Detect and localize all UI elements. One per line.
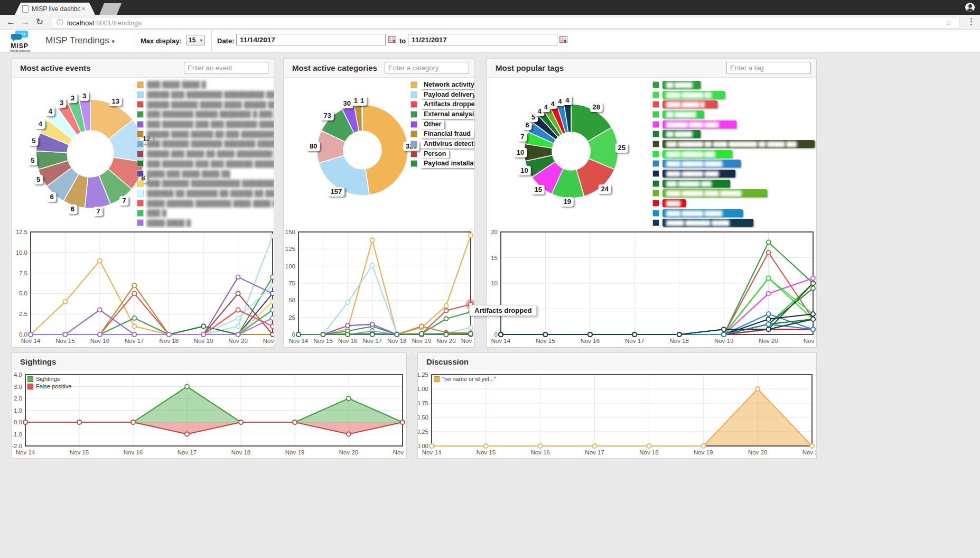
categories-line-chart[interactable]: 0255075100125150Nov 14Nov 15Nov 16Nov 17… <box>284 228 475 348</box>
svg-text:Nov 17: Nov 17 <box>362 338 381 344</box>
legend-color-swatch <box>137 151 144 157</box>
svg-text:Nov 15: Nov 15 <box>70 449 89 455</box>
tag-badge: ████ ██████ █████ <box>662 160 741 168</box>
date-to-label: to <box>399 37 406 45</box>
donut-value-label: 13 <box>109 97 122 106</box>
donut-value-label: 7 <box>518 132 527 142</box>
tag-label-blurred: ████ ██████ █████ <box>666 210 722 216</box>
date-from-input[interactable] <box>236 34 386 45</box>
forward-icon[interactable]: → <box>21 16 30 28</box>
legend-item: ██████ ████ ████ <box>652 119 815 129</box>
legend-label-blurred: ████ ████ █ <box>147 219 191 227</box>
legend-item: ████ ██████ ███ <box>652 149 815 159</box>
legend-item: ██ █████ <box>652 129 815 139</box>
calendar-icon[interactable] <box>388 36 396 43</box>
discussion-area-chart[interactable]: 1.251.000.750.500.250.00Nov 14Nov 15Nov … <box>418 370 817 459</box>
tag-label-blurred: ████ ██████ █████ <box>666 161 722 166</box>
tag-filter-input[interactable] <box>726 62 811 73</box>
legend-color-swatch <box>652 141 659 147</box>
legend-color-swatch <box>652 219 659 226</box>
brand-name: MISP <box>5 43 34 49</box>
legend-item: ███ ██████ ███ <box>652 179 815 189</box>
tab-close-icon[interactable]: × <box>81 5 86 13</box>
panel-title: Sightings <box>20 353 56 370</box>
legend-item: ████ ███ ████ ████ ██ <box>137 169 274 179</box>
new-tab-button[interactable] <box>99 3 122 15</box>
donut-value-label: 3 <box>57 98 66 108</box>
profile-icon[interactable] <box>965 3 975 12</box>
nav-title-dropdown[interactable]: MISP Trendings ▾ <box>45 35 115 46</box>
svg-text:20: 20 <box>491 229 498 235</box>
svg-text:Nov 17: Nov 17 <box>178 449 197 455</box>
svg-text:Nov 19: Nov 19 <box>714 338 733 344</box>
panel-body: 13128776655544333 ███ ████ ████ ██████ █… <box>12 77 274 347</box>
svg-text:0.0: 0.0 <box>14 419 22 425</box>
browser-menu-icon[interactable]: ⋮ <box>967 17 975 26</box>
svg-text:Nov 15: Nov 15 <box>477 449 496 455</box>
legend-label-blurred: █████ ████ █████ ██ ███ ████████ ██ <box>147 131 274 138</box>
legend-color-swatch <box>410 91 417 98</box>
svg-text:0.25: 0.25 <box>417 429 428 435</box>
max-display-select[interactable]: 15 ▾ <box>186 35 205 45</box>
tags-line-chart[interactable]: 05101520Nov 14Nov 15Nov 16Nov 17Nov 18No… <box>487 228 817 348</box>
date-to-input[interactable] <box>408 34 557 45</box>
svg-text:1.00: 1.00 <box>417 386 428 392</box>
legend-item: Other <box>410 119 475 129</box>
svg-text:2.0: 2.0 <box>14 395 22 402</box>
donut-value-label: 24 <box>598 184 611 194</box>
bookmark-star-icon[interactable]: ☆ <box>945 17 952 28</box>
browser-tab[interactable]: MISP live dashboar × <box>15 3 95 15</box>
svg-text:7.5: 7.5 <box>19 270 27 276</box>
svg-text:Nov 16: Nov 16 <box>338 338 357 344</box>
legend-color-swatch <box>137 210 144 217</box>
events-line-chart[interactable]: 0.02.55.07.510.012.5Nov 14Nov 15Nov 16No… <box>12 228 274 348</box>
legend-item: ███ ███████ ███ ███ ██████ █████ █ <box>137 159 274 169</box>
svg-text:Nov 18: Nov 18 <box>669 338 688 344</box>
page-info-icon[interactable]: ⓘ <box>57 18 63 27</box>
legend-color-swatch <box>652 180 659 187</box>
legend-color-swatch <box>137 160 144 167</box>
page-favicon-icon <box>22 5 29 13</box>
svg-text:Nov 18: Nov 18 <box>387 338 406 344</box>
legend-item: Network activity <box>410 80 475 90</box>
tag-label-blurred: ███ ██████ ███ <box>666 181 712 187</box>
svg-text:0: 0 <box>292 331 295 338</box>
refresh-icon[interactable]: ↻ <box>36 16 43 28</box>
svg-text:5.0: 5.0 <box>19 290 27 296</box>
donut-value-label: 7 <box>94 207 103 216</box>
legend-color-swatch <box>137 180 144 187</box>
panel-body: 326157807330191 Network activityPayload … <box>284 77 474 347</box>
max-display-value: 15 <box>189 36 195 44</box>
legend-label-blurred: █████ ███ ████████ █████████ ████ ██ <box>147 91 274 98</box>
legend-item: ███ █ <box>137 208 274 218</box>
legend-color-swatch <box>652 170 659 177</box>
misp-logo-icon <box>10 31 30 41</box>
events-legend: ███ ████ ████ ██████ ███ ████████ ██████… <box>137 80 274 228</box>
donut-value-label: 6 <box>523 120 532 130</box>
tag-badge: ████ █████ █ <box>662 100 717 108</box>
svg-text:Nov 21: Nov 21 <box>802 449 817 455</box>
legend-label-blurred: ███ ██████ ███████████ █████████ █ <box>147 180 274 187</box>
legend-item: ██ █████ <box>652 80 815 90</box>
legend-item: ████ ██████ ████████ ████ ████ ███ █ <box>137 198 274 208</box>
svg-text:Nov 14: Nov 14 <box>491 338 511 344</box>
legend-item: ████ █████ █ <box>652 99 815 109</box>
svg-text:12.5: 12.5 <box>16 229 27 235</box>
svg-text:3.0: 3.0 <box>14 384 22 390</box>
url-field[interactable]: ⓘ localhost :8001/trendings ☆ <box>52 17 960 29</box>
calendar-icon[interactable] <box>559 36 567 43</box>
category-filter-input[interactable] <box>385 62 469 73</box>
svg-text:4.0: 4.0 <box>14 371 22 378</box>
back-icon[interactable]: ← <box>6 16 15 28</box>
donut-value-label: 28 <box>590 103 603 112</box>
event-filter-input[interactable] <box>184 62 268 73</box>
svg-text:Nov 15: Nov 15 <box>536 338 555 344</box>
donut-value-label: 3 <box>68 94 77 103</box>
tags-donut-chart[interactable]: 2825241915101076544444 <box>487 77 656 228</box>
legend-label: Financial fraud <box>421 129 474 138</box>
legend-label: Network activity <box>421 80 475 89</box>
url-path: :8001/trendings <box>94 19 142 27</box>
svg-text:Nov 21: Nov 21 <box>393 449 407 455</box>
svg-text:10.0: 10.0 <box>16 249 27 256</box>
svg-text:75: 75 <box>288 280 295 286</box>
